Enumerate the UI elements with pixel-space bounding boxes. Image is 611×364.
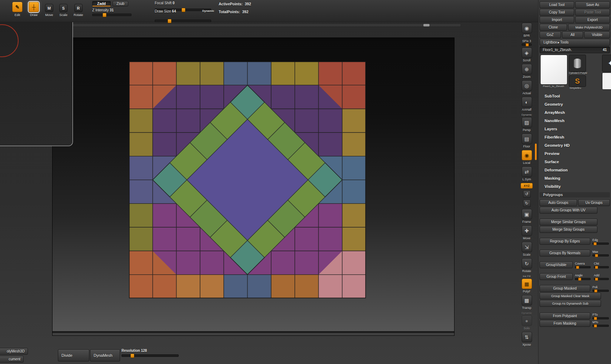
ptolerance-slider[interactable]: PTo <box>591 313 610 319</box>
section-layers[interactable]: Layers <box>540 125 610 133</box>
star-tool-thumb[interactable]: ✦ <box>602 55 611 72</box>
z-intensity-slider[interactable] <box>92 14 131 16</box>
actual-button[interactable]: ◎Actual <box>522 80 532 95</box>
dynamesh-button[interactable]: DynaMesh <box>90 349 120 361</box>
group-masked-clear-mask-button[interactable]: Group Masked Clear Mask <box>540 293 601 299</box>
spix-button[interactable]: SPix 3 <box>522 39 532 46</box>
draw-tool-button[interactable]: ┼Draw <box>29 2 39 17</box>
save-as-button[interactable]: Save As <box>575 1 610 8</box>
spix-knob[interactable] <box>526 43 529 46</box>
group-front-button[interactable]: Group Front <box>540 273 573 280</box>
floor-tool-thumb[interactable] <box>602 73 611 90</box>
spin-left-button[interactable]: ↺ <box>523 190 531 198</box>
xpose-button[interactable]: ⇅Xpose <box>522 332 532 346</box>
paste-tool-button[interactable]: Paste Tool <box>575 9 610 16</box>
group-as-dynamesh-sub-button[interactable]: Group As Dynamesh Sub <box>540 300 601 307</box>
coverage-slider[interactable]: Covera <box>574 261 592 268</box>
scroll-button[interactable]: ◈Scroll <box>522 48 532 62</box>
draw-size-knob[interactable] <box>168 19 172 23</box>
goz-button[interactable]: GoZ <box>540 31 561 38</box>
resolution-slider[interactable] <box>121 354 179 357</box>
group-masked-button[interactable]: Group Masked <box>540 285 590 292</box>
polygroup-mesh[interactable] <box>129 61 366 298</box>
polish-slider[interactable]: Poli <box>591 285 610 292</box>
divide-button[interactable]: Divide <box>58 349 89 361</box>
angle-slider[interactable]: Angle <box>574 273 592 280</box>
from-masking-button[interactable]: From Masking <box>540 320 590 327</box>
section-masking[interactable]: Masking <box>540 174 610 182</box>
move3d-button[interactable]: ✚Move <box>522 225 532 240</box>
cylinder3-thumb[interactable] <box>569 55 586 72</box>
palette-scrollbar[interactable] <box>535 144 537 160</box>
groups-by-normals-button[interactable]: Groups By Normals <box>540 250 590 256</box>
horizontal-scroll-handle[interactable] <box>423 24 429 26</box>
section-nanomesh[interactable]: NanoMesh <box>540 116 610 125</box>
solo-button[interactable]: Dynamic●Solo <box>521 311 532 330</box>
polygroups-header[interactable]: Polygroups <box>540 192 610 198</box>
scale-tool-button[interactable]: SScale <box>59 4 68 17</box>
active-tool-thumbnail[interactable] <box>540 55 567 85</box>
goz-visible-button[interactable]: Visible <box>584 31 610 38</box>
current-tool-button[interactable]: Floor1_to_Zbrush.41 <box>540 46 610 53</box>
rotate-tool-button[interactable]: RRotate <box>74 4 83 17</box>
local-button[interactable]: ◉Local <box>522 150 532 165</box>
uv-groups-button[interactable]: Uv Groups <box>578 199 610 206</box>
auto-groups-button[interactable]: Auto Groups <box>540 199 577 206</box>
z-intensity-knob[interactable] <box>103 13 106 17</box>
goz-all-button[interactable]: All <box>562 31 583 38</box>
section-surface[interactable]: Surface <box>540 158 610 166</box>
section-preview[interactable]: Preview <box>540 149 610 158</box>
zsub-button[interactable]: Zsub <box>113 1 128 6</box>
simplebrush-thumb[interactable]: S <box>569 75 586 87</box>
lsym-button[interactable]: ⇄L.Sym <box>522 166 532 181</box>
export-button[interactable]: Export <box>575 16 610 23</box>
spix-slider[interactable] <box>522 44 532 46</box>
section-geometry[interactable]: Geometry <box>540 100 610 108</box>
polyf-button[interactable]: ine Fill▦PolyF <box>522 275 532 293</box>
copy-tool-button[interactable]: Copy Tool <box>540 9 574 16</box>
regroup-by-edges-button[interactable]: Regroup By Edges <box>540 238 590 245</box>
cluster-slider[interactable]: Clst <box>593 261 610 268</box>
polymesh-floor-viewport[interactable] <box>129 61 366 298</box>
section-deformation[interactable]: Deformation <box>540 166 610 174</box>
make-polymesh3d-button[interactable]: Make PolyMesh3D <box>568 24 610 31</box>
resolution-knob[interactable] <box>130 354 134 358</box>
frame-button[interactable]: ▣Frame <box>522 209 532 224</box>
max-angle-slider[interactable]: Max <box>591 250 610 256</box>
section-fibermesh[interactable]: FiberMesh <box>540 133 610 141</box>
edgeloop-slider[interactable]: Edg <box>591 238 610 245</box>
focal-shift-knob[interactable] <box>182 8 185 12</box>
move-tool-button[interactable]: MMove <box>45 4 53 17</box>
merge-stray-groups-button[interactable]: Merge Stray Groups <box>540 226 597 233</box>
clone-button[interactable]: Clone <box>540 24 567 31</box>
bpr-button[interactable]: ◉BPR <box>522 23 532 38</box>
spin-right-button[interactable]: ↻ <box>523 200 531 207</box>
section-subtool[interactable]: SubTool <box>540 92 610 100</box>
floor-button[interactable]: ▤Floor <box>522 134 532 148</box>
merge-similar-groups-button[interactable]: Merge Similar Groups <box>540 219 597 225</box>
make-polymesh3d-bottom-button[interactable]: olyMesh3D <box>0 348 28 355</box>
group-visible-button[interactable]: GroupVisible <box>540 261 573 268</box>
load-tool-button[interactable]: Load Tool <box>540 1 574 8</box>
scale3d-button[interactable]: ⇲Scale <box>522 242 532 256</box>
import-button[interactable]: Import <box>540 16 574 23</box>
transp-button[interactable]: ▩Transp <box>522 295 532 310</box>
document-bottom-button[interactable]: cument <box>0 356 24 363</box>
lightbox-tools-button[interactable]: Lightbox▸Tools <box>540 39 610 46</box>
edit-tool-button[interactable]: ✎Edit <box>12 2 23 17</box>
document-canvas[interactable] <box>52 38 454 336</box>
section-geometry-hd[interactable]: Geometry HD <box>540 141 610 149</box>
section-visibility[interactable]: Visibility <box>540 182 610 190</box>
xyz-button[interactable]: XYZ <box>521 183 533 189</box>
mtolerance-slider[interactable]: MTo <box>591 320 610 327</box>
section-arraymesh[interactable]: ArrayMesh <box>540 108 610 116</box>
rotate3d-button[interactable]: ↻Rotate <box>522 258 532 273</box>
auto-groups-with-uv-button[interactable]: Auto Groups With UV <box>540 207 597 214</box>
draw-size-slider[interactable] <box>155 20 211 22</box>
persp-button[interactable]: Dynamic▨Persp <box>521 113 532 132</box>
aahalf-button[interactable]: ◐AAHalf <box>522 97 532 111</box>
add-slider[interactable]: Add <box>593 273 610 280</box>
zadd-button[interactable]: Zadd <box>92 1 111 6</box>
from-polypaint-button[interactable]: From Polypaint <box>540 313 590 319</box>
zoom-button[interactable]: ⊕Zoom <box>522 64 532 79</box>
